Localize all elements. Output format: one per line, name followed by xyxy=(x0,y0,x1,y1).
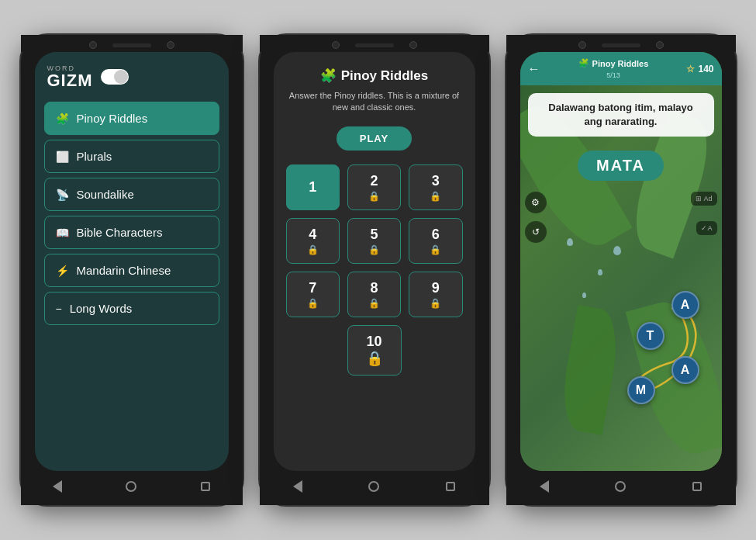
nav-back[interactable] xyxy=(290,479,306,494)
level-8[interactable]: 8🔒 xyxy=(347,272,401,317)
nav-home[interactable] xyxy=(613,479,628,494)
letter-path-svg xyxy=(520,52,722,471)
level-5[interactable]: 5🔒 xyxy=(347,218,401,264)
logo-gizm: GIZM xyxy=(47,72,93,89)
camera-dot xyxy=(578,41,586,49)
plurals-icon: ⬜ xyxy=(56,151,69,163)
lock-icon: 🔒 xyxy=(368,298,380,309)
phone2-screen-wrapper: 🧩 Pinoy Riddles Answer the Pinoy riddles… xyxy=(274,52,475,471)
letter-circle-t[interactable]: T xyxy=(637,322,665,350)
speaker-bar xyxy=(112,43,151,47)
phone1-top-bar xyxy=(21,35,243,52)
phone1-bottom-bar xyxy=(21,471,243,505)
level-grid: 1 2🔒 3🔒 4🔒 5🔒 6🔒 7🔒 8🔒 9🔒 xyxy=(286,164,463,317)
phone3-screen: ← 🧩 Pinoy Riddles 5/13 ☆ 140 Dalawang ba… xyxy=(520,52,722,471)
app-logo: WORD GIZM xyxy=(47,64,93,89)
phone-2: 🧩 Pinoy Riddles Answer the Pinoy riddles… xyxy=(258,33,491,507)
phone1-screen-wrapper: WORD GIZM 🧩 Pinoy Riddles ⬜ Plurals 📡 xyxy=(35,52,229,471)
level-num: 7 xyxy=(309,280,316,296)
toggle-knob xyxy=(114,70,128,84)
level-1[interactable]: 1 xyxy=(286,164,340,210)
menu-item-label: Pinoy Riddles xyxy=(77,112,148,125)
level-6[interactable]: 6🔒 xyxy=(409,218,462,264)
level-9[interactable]: 9🔒 xyxy=(409,272,462,317)
menu-item-label: Long Words xyxy=(70,302,133,315)
level-10-row: 10 🔒 xyxy=(347,325,402,376)
phone2-title-icon: 🧩 xyxy=(320,68,337,84)
level-num: 8 xyxy=(370,280,378,296)
lock-icon: 🔒 xyxy=(368,191,380,202)
menu-item-label: Mandarin Chinese xyxy=(77,264,171,277)
phone2-title-text: Pinoy Riddles xyxy=(341,68,428,84)
menu-item-soundalike[interactable]: 📡 Soundalike xyxy=(44,178,219,211)
level-10[interactable]: 10 🔒 xyxy=(347,325,402,376)
pinoy-riddles-icon: 🧩 xyxy=(56,112,69,125)
phone3-screen-wrapper: ← 🧩 Pinoy Riddles 5/13 ☆ 140 Dalawang ba… xyxy=(520,52,722,471)
nav-back[interactable] xyxy=(537,479,552,494)
level-num: 10 xyxy=(366,334,381,350)
speaker-bar xyxy=(602,43,640,47)
lock-icon: 🔒 xyxy=(366,350,383,367)
mandarin-icon: ⚡ xyxy=(56,265,69,277)
speaker-bar xyxy=(355,43,394,47)
menu-item-label: Bible Characters xyxy=(77,226,163,239)
level-num: 4 xyxy=(309,227,316,243)
menu-item-long-words[interactable]: − Long Words xyxy=(44,292,219,325)
play-button[interactable]: PLAY xyxy=(337,126,412,151)
phone1-screen: WORD GIZM 🧩 Pinoy Riddles ⬜ Plurals 📡 xyxy=(35,52,229,471)
menu-item-label: Plurals xyxy=(77,150,112,163)
lock-icon: 🔒 xyxy=(307,298,319,309)
long-words-icon: − xyxy=(56,303,62,315)
nav-back[interactable] xyxy=(50,479,65,494)
nav-recent[interactable] xyxy=(689,479,705,494)
menu-list: 🧩 Pinoy Riddles ⬜ Plurals 📡 Soundalike 📖… xyxy=(35,97,229,330)
phone-1: WORD GIZM 🧩 Pinoy Riddles ⬜ Plurals 📡 xyxy=(19,33,244,507)
menu-item-label: Soundalike xyxy=(77,188,134,201)
letter-circle-m[interactable]: M xyxy=(627,376,655,404)
level-num: 2 xyxy=(370,173,378,189)
camera-dot xyxy=(89,41,97,49)
camera-dot xyxy=(332,41,340,49)
phone2-title: 🧩 Pinoy Riddles xyxy=(320,68,428,84)
camera-dot2 xyxy=(409,41,417,49)
nav-home[interactable] xyxy=(366,479,381,494)
menu-item-plurals[interactable]: ⬜ Plurals xyxy=(44,140,219,173)
level-4[interactable]: 4🔒 xyxy=(286,218,340,264)
camera-dot2 xyxy=(167,41,174,49)
phone-3: ← 🧩 Pinoy Riddles 5/13 ☆ 140 Dalawang ba… xyxy=(505,33,737,507)
lock-icon: 🔒 xyxy=(430,191,441,202)
level-2[interactable]: 2🔒 xyxy=(347,164,401,210)
phone2-description: Answer the Pinoy riddles. This is a mixt… xyxy=(286,90,463,114)
camera-dot2 xyxy=(656,41,664,49)
lock-icon: 🔒 xyxy=(430,244,441,255)
level-num: 1 xyxy=(309,179,316,196)
menu-item-mandarin-chinese[interactable]: ⚡ Mandarin Chinese xyxy=(44,254,219,287)
level-3[interactable]: 3🔒 xyxy=(409,164,462,210)
nav-recent[interactable] xyxy=(443,479,458,494)
phone3-bottom-bar xyxy=(506,471,736,505)
level-num: 6 xyxy=(432,227,440,243)
letter-circle-a2[interactable]: A xyxy=(671,356,699,384)
level-num: 9 xyxy=(432,280,440,296)
nav-recent[interactable] xyxy=(198,479,213,494)
letter-circle-a1[interactable]: A xyxy=(671,291,699,319)
menu-item-pinoy-riddles[interactable]: 🧩 Pinoy Riddles xyxy=(44,102,219,135)
lock-icon: 🔒 xyxy=(368,244,380,255)
soundalike-icon: 📡 xyxy=(56,189,69,201)
level-7[interactable]: 7🔒 xyxy=(286,272,340,317)
phone2-top-bar xyxy=(260,35,489,52)
level-num: 5 xyxy=(370,227,378,243)
phone2-bottom-bar xyxy=(260,471,489,505)
phone3-top-bar xyxy=(506,35,736,52)
phone2-screen: 🧩 Pinoy Riddles Answer the Pinoy riddles… xyxy=(274,52,475,471)
nav-home[interactable] xyxy=(123,479,139,494)
theme-toggle[interactable] xyxy=(101,69,129,85)
lock-icon: 🔒 xyxy=(430,298,441,309)
lock-icon: 🔒 xyxy=(307,244,319,255)
bible-icon: 📖 xyxy=(56,227,69,239)
level-num: 3 xyxy=(432,173,440,189)
menu-item-bible-characters[interactable]: 📖 Bible Characters xyxy=(44,216,219,249)
phone1-header: WORD GIZM xyxy=(35,52,229,97)
